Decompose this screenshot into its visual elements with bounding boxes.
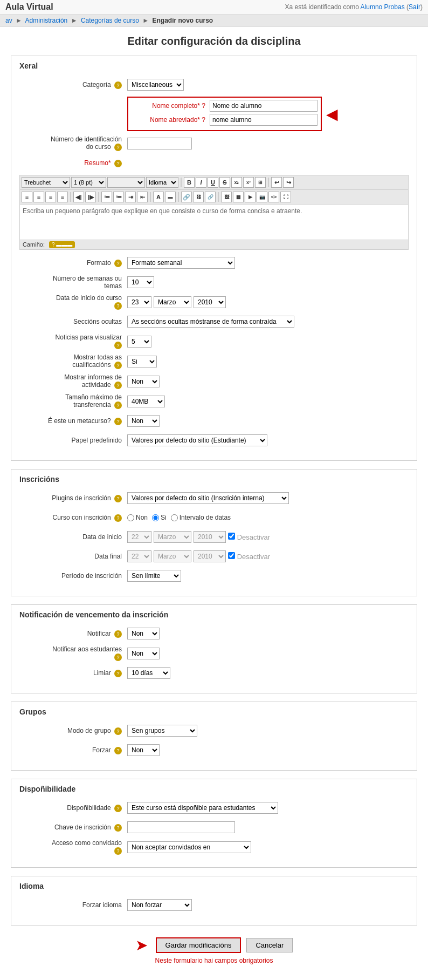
acceso-select[interactable]: Non aceptar convidados en [127, 841, 251, 853]
cancel-button[interactable]: Cancelar [246, 938, 293, 952]
categoria-help-icon[interactable]: ? [114, 81, 122, 89]
dispo-help-icon[interactable]: ? [114, 805, 122, 812]
logout-link[interactable]: Saír [409, 3, 420, 11]
tamaño-help-icon[interactable]: ? [114, 401, 122, 409]
image-btn[interactable]: 🖼 [221, 192, 232, 202]
strikethrough-btn[interactable]: S [219, 177, 230, 188]
forzar-select[interactable]: Non [127, 744, 160, 756]
noticias-help-icon[interactable]: ? [114, 342, 122, 349]
undo-btn[interactable]: ↩ [271, 177, 282, 188]
chave-help-icon[interactable]: ? [114, 824, 122, 832]
inscriccion-final-check-label[interactable]: Desactivar [228, 552, 270, 561]
inscriccion-inicio-check[interactable] [228, 533, 235, 540]
link-btn[interactable]: 🔗 [181, 192, 192, 202]
radio-intervalo[interactable] [171, 514, 178, 521]
mostrar-informes-select[interactable]: Non [127, 376, 160, 387]
lang-select[interactable]: Idioma [146, 177, 178, 188]
numid-input[interactable] [127, 138, 192, 149]
nome-completo-help-icon[interactable]: ? [202, 102, 205, 110]
radio-si-label[interactable]: Si [152, 514, 167, 521]
metacurso-select[interactable]: Non [127, 415, 160, 427]
dispo-select[interactable]: Este curso está dispoñible para estudant… [127, 802, 278, 814]
special-btn[interactable]: ⊞ [255, 177, 266, 188]
nome-abreviado-help-icon[interactable]: ? [202, 116, 205, 124]
modo-grupo-select[interactable]: Sen grupos [127, 725, 197, 737]
align-left-btn[interactable]: ≡ [22, 192, 32, 202]
radio-non[interactable] [127, 514, 134, 521]
list-ul-btn[interactable]: ≔ [101, 192, 112, 202]
nome-abreviado-input[interactable] [210, 114, 317, 126]
fullscreen-btn[interactable]: ⛶ [280, 192, 291, 202]
radio-non-label[interactable]: Non [127, 514, 148, 521]
forzar-idioma-select[interactable]: Non forzar [127, 899, 192, 911]
inscriccion-inicio-day[interactable]: 22 [127, 531, 151, 543]
style-select[interactable] [107, 177, 145, 188]
indent-btn[interactable]: ⇥ [125, 192, 136, 202]
tamaño-select[interactable]: 40MB [127, 396, 165, 407]
redo-btn[interactable]: ↪ [283, 177, 294, 188]
subscript-btn[interactable]: x₂ [231, 177, 242, 188]
prev-btn[interactable]: ◀| [73, 192, 84, 202]
categoria-select[interactable]: Miscellaneous [127, 79, 184, 91]
plugins-select[interactable]: Valores por defecto do sitio (Inscrición… [127, 492, 289, 504]
mostrar-cualif-select[interactable]: Si [127, 356, 157, 368]
table-btn[interactable]: ▦ [233, 192, 244, 202]
inscriccion-final-month[interactable]: Marzo [154, 550, 191, 562]
formato-help-icon[interactable]: ? [114, 260, 122, 267]
editor-area[interactable]: Escriba un pequeno parágrafo que expliqu… [20, 205, 408, 240]
editor-path-icon[interactable]: ? ▬▬▬ [49, 241, 75, 248]
code-btn[interactable]: <> [268, 192, 279, 202]
data-inicio-help-icon[interactable]: ? [114, 302, 122, 310]
limiar-select[interactable]: 10 días [127, 667, 170, 679]
font-size-select[interactable]: 1 (8 pt) [71, 177, 106, 188]
data-inicio-month-select[interactable]: Marzo [154, 296, 191, 308]
inscriccion-final-year[interactable]: 2010 [194, 550, 226, 562]
periodo-select[interactable]: Sen límite [127, 570, 181, 582]
seccions-select[interactable]: As seccións ocultas móstranse de forma c… [127, 316, 294, 328]
numid-help-icon[interactable]: ? [114, 144, 122, 151]
next-btn[interactable]: |▶ [85, 192, 96, 202]
papel-select[interactable]: Valores por defecto do sitio (Estudiante… [127, 434, 267, 446]
resumo-help-icon[interactable]: ? [114, 160, 122, 167]
italic-btn[interactable]: I [196, 177, 206, 188]
notificar-estudantes-select[interactable]: Non [127, 648, 160, 659]
unlink-btn[interactable]: ⛓ [193, 192, 204, 202]
breadcrumb-categorias[interactable]: Categorías de curso [81, 17, 139, 24]
curso-inscriccion-help-icon[interactable]: ? [114, 514, 122, 522]
mostrar-cualif-help-icon[interactable]: ? [114, 362, 122, 369]
nome-completo-input[interactable] [210, 100, 317, 112]
breadcrumb-admin[interactable]: Administración [25, 17, 68, 24]
inscriccion-final-check[interactable] [228, 552, 235, 559]
notificar-select[interactable]: Non [127, 628, 160, 639]
notificar-help-icon[interactable]: ? [114, 630, 122, 638]
modo-grupo-help-icon[interactable]: ? [114, 727, 122, 735]
link2-btn[interactable]: 🔗 [205, 192, 216, 202]
align-right-btn[interactable]: ≡ [45, 192, 56, 202]
font-family-select[interactable]: Trebuchet [22, 177, 70, 188]
flash-btn[interactable]: ▶ [245, 192, 256, 202]
acceso-help-icon[interactable]: ? [114, 847, 122, 855]
user-link[interactable]: Alumno Probas [361, 3, 405, 11]
plugins-help-icon[interactable]: ? [114, 495, 122, 502]
radio-si[interactable] [152, 514, 159, 521]
limiar-help-icon[interactable]: ? [114, 670, 122, 677]
forzar-help-icon[interactable]: ? [114, 747, 122, 754]
text-color-btn[interactable]: A [153, 192, 164, 202]
inscriccion-inicio-check-label[interactable]: Desactivar [228, 533, 270, 541]
notificar-estudantes-help-icon[interactable]: ? [114, 654, 122, 661]
inscriccion-inicio-month[interactable]: Marzo [154, 531, 191, 543]
formato-select[interactable]: Formato semanal [127, 257, 235, 269]
semanas-select[interactable]: 10 [127, 276, 154, 288]
chave-input[interactable] [127, 821, 235, 833]
align-center-btn[interactable]: ≡ [33, 192, 44, 202]
list-ol-btn[interactable]: ≔ [113, 192, 124, 202]
metacurso-help-icon[interactable]: ? [114, 418, 122, 425]
save-button[interactable]: Gardar modificacións [156, 937, 241, 953]
media-btn[interactable]: 📷 [257, 192, 267, 202]
radio-intervalo-label[interactable]: Intervalo de datas [171, 514, 231, 521]
bold-btn[interactable]: B [184, 177, 195, 188]
data-inicio-year-select[interactable]: 2010 [194, 296, 226, 308]
breadcrumb-av[interactable]: av [5, 17, 12, 24]
noticias-select[interactable]: 5 [127, 336, 151, 348]
data-inicio-day-select[interactable]: 23 [127, 296, 151, 308]
